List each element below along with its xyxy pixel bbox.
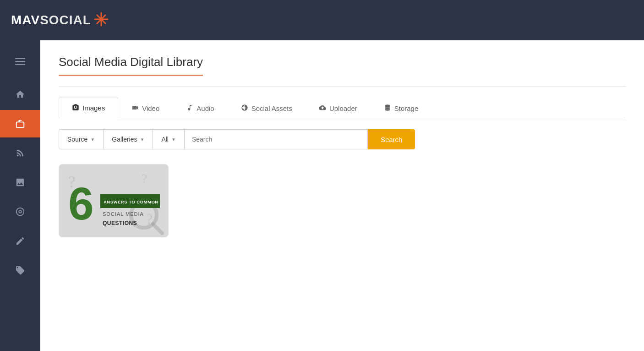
galleries-label: Galleries (112, 136, 137, 143)
title-divider (59, 86, 626, 87)
svg-rect-10 (15, 61, 25, 62)
svg-rect-11 (15, 64, 25, 65)
source-dropdown[interactable]: Source ▼ (59, 129, 104, 149)
logo-social-text: SOCIAL (40, 13, 91, 27)
sidebar (0, 40, 40, 351)
tab-storage[interactable]: Storage (371, 98, 432, 118)
svg-line-5 (97, 15, 100, 18)
sidebar-item-target[interactable] (0, 198, 40, 225)
main-layout: Social Media Digital Library Images Vide… (0, 40, 644, 351)
sidebar-item-tag[interactable] (0, 257, 40, 284)
tab-social-assets[interactable]: Social Assets (228, 98, 306, 118)
svg-text:ANSWERS TO COMMON: ANSWERS TO COMMON (104, 199, 158, 204)
database-icon (384, 104, 391, 113)
camera-icon (72, 104, 79, 112)
tab-audio[interactable]: Audio (173, 98, 227, 118)
svg-line-8 (97, 20, 100, 23)
target-icon (15, 207, 25, 217)
home-icon (15, 89, 25, 99)
tab-images-label: Images (82, 104, 105, 112)
video-icon (131, 104, 139, 113)
galleries-chevron-icon: ▼ (140, 137, 145, 142)
all-dropdown[interactable]: All ▼ (153, 129, 184, 149)
tab-images[interactable]: Images (59, 98, 118, 118)
search-input-wrap (185, 129, 368, 149)
svg-text:?: ? (142, 171, 147, 186)
menu-toggle-button[interactable] (0, 48, 40, 75)
main-content: Social Media Digital Library Images Vide… (40, 40, 644, 351)
search-input[interactable] (185, 129, 368, 149)
image-icon (15, 177, 25, 187)
filter-bar: Source ▼ Galleries ▼ All ▼ Search (59, 129, 626, 149)
tab-video[interactable]: Video (118, 98, 173, 118)
tag-icon (15, 265, 25, 275)
svg-text:SOCIAL MEDIA: SOCIAL MEDIA (103, 211, 144, 217)
tab-social-assets-label: Social Assets (251, 104, 292, 112)
logo[interactable]: MAVSOCIAL (11, 11, 109, 29)
music-icon (186, 104, 193, 113)
page-title: Social Media Digital Library (59, 55, 203, 76)
sidebar-item-image[interactable] (0, 169, 40, 196)
tab-uploader-label: Uploader (329, 104, 357, 112)
upload-icon (319, 104, 326, 113)
tab-video-label: Video (142, 104, 159, 112)
galleries-dropdown[interactable]: Galleries ▼ (104, 129, 153, 149)
tab-audio-label: Audio (196, 104, 214, 112)
hamburger-icon (15, 56, 25, 66)
svg-line-6 (102, 20, 105, 23)
top-navbar: MAVSOCIAL (0, 0, 644, 40)
all-label: All (161, 136, 169, 143)
sidebar-item-edit[interactable] (0, 227, 40, 255)
briefcase-icon (15, 119, 25, 129)
logo-mav-text: MAV (11, 13, 40, 27)
source-label: Source (67, 136, 87, 143)
sidebar-item-home[interactable] (0, 81, 40, 108)
tabs-bar: Images Video Audio Social Assets (59, 98, 626, 118)
sidebar-item-briefcase[interactable] (0, 110, 40, 137)
sidebar-item-feed[interactable] (0, 139, 40, 167)
svg-line-7 (102, 15, 105, 18)
feed-icon (15, 148, 25, 158)
image-grid: ? ? ? 6 ANSWERS TO COMMON SOCIAL MEDIA Q… (59, 164, 626, 237)
svg-text:6: 6 (68, 178, 94, 229)
tab-storage-label: Storage (394, 104, 419, 112)
logo-star-icon (93, 11, 109, 29)
svg-rect-9 (15, 58, 25, 59)
edit-icon (15, 236, 25, 246)
svg-text:QUESTIONS: QUESTIONS (103, 220, 137, 226)
globe-icon (241, 104, 248, 113)
search-button[interactable]: Search (368, 129, 415, 149)
tab-uploader[interactable]: Uploader (306, 98, 371, 118)
image-card-svg: ? ? ? 6 ANSWERS TO COMMON SOCIAL MEDIA Q… (59, 165, 169, 237)
all-chevron-icon: ▼ (171, 137, 176, 142)
source-chevron-icon: ▼ (90, 137, 95, 142)
image-card[interactable]: ? ? ? 6 ANSWERS TO COMMON SOCIAL MEDIA Q… (59, 164, 169, 237)
